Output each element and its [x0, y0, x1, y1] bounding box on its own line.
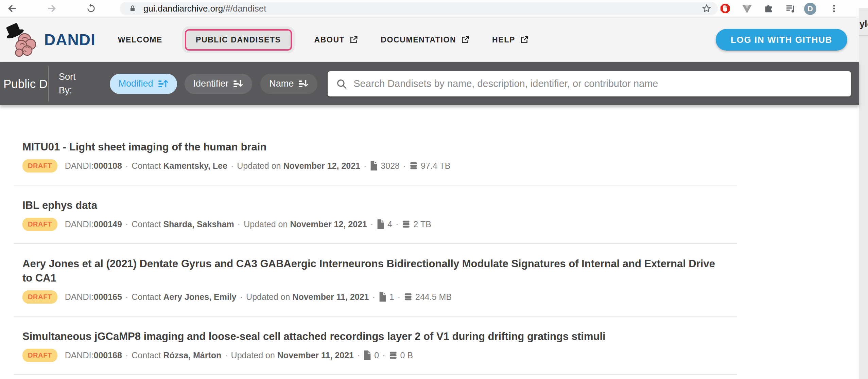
nav-label: HELP: [492, 35, 515, 44]
bookmark-button[interactable]: [701, 3, 712, 14]
file-count-icon: [377, 219, 385, 229]
dandiset-meta: DRAFT DANDI:000149 · Contact Sharda, Sak…: [22, 217, 737, 231]
brand-wordmark[interactable]: DANDI: [44, 31, 96, 49]
separator-dot: ·: [125, 292, 128, 302]
background-window-top: [859, 0, 868, 9]
nav-item-help[interactable]: HELP: [492, 35, 529, 44]
forward-icon: [46, 3, 57, 14]
nav-item-documentation[interactable]: DOCUMENTATION: [381, 35, 470, 44]
adblock-stop-hand-icon: [720, 3, 730, 14]
sort-chip-modified[interactable]: Modified: [110, 74, 177, 94]
dandiset-list: MITU01 - Light sheet imaging of the huma…: [14, 127, 737, 375]
updated: Updated on November 11, 2021: [246, 292, 369, 302]
file-count: 0: [374, 350, 379, 360]
total-size: 244.5 MB: [415, 292, 452, 302]
separator-dot: ·: [125, 219, 128, 229]
separator-dot: ·: [357, 350, 360, 360]
external-link-icon: [520, 35, 529, 44]
contact: Contact Kamentsky, Lee: [132, 161, 227, 171]
url-text: gui.dandiarchive.org/#/dandiset: [143, 3, 266, 14]
star-icon: [701, 3, 712, 14]
external-link-icon: [461, 35, 470, 44]
sort-ascending-icon: [158, 79, 168, 89]
dandiset-list-item: Simultaneous jGCaMP8 imaging and loose-s…: [14, 317, 737, 375]
status-badge: DRAFT: [22, 218, 57, 231]
separator-dot: ·: [382, 350, 385, 360]
search-icon: [336, 78, 347, 90]
total-size: 0 B: [400, 350, 413, 360]
sort-chip-label: Identifier: [193, 78, 229, 89]
extensions-button[interactable]: [763, 2, 775, 15]
separator-dot: ·: [364, 161, 366, 171]
browser-profile-avatar[interactable]: D: [804, 3, 816, 15]
sort-by-label: Sort By:: [59, 70, 76, 97]
main-nav: WELCOME PUBLIC DANDISETS ABOUT DOCUMENTA…: [118, 29, 529, 51]
browser-toolbar: gui.dandiarchive.org/#/dandiset: [0, 0, 859, 17]
vertical-divider: [48, 66, 49, 102]
playlist-music-icon: [785, 3, 796, 14]
nav-item-welcome[interactable]: WELCOME: [118, 35, 162, 44]
browser-menu-button[interactable]: [828, 2, 840, 15]
nav-label: PUBLIC DANDISETS: [196, 35, 281, 44]
dandiset-title[interactable]: MITU01 - Light sheet imaging of the huma…: [22, 140, 723, 154]
separator-dot: ·: [370, 219, 373, 229]
sort-chip-label: Modified: [119, 78, 153, 89]
dandiset-list-item: Aery Jones et al (2021) Dentate Gyrus an…: [14, 244, 737, 317]
background-window-divider: [859, 35, 868, 36]
sort-search-bar: Public D… Sort By: Modified Identifier: [0, 62, 859, 105]
dandi-brain-logo: [4, 22, 41, 62]
sort-descending-icon: [298, 79, 309, 89]
file-count-icon: [379, 292, 387, 302]
sort-chip-identifier[interactable]: Identifier: [185, 74, 253, 94]
login-with-github-button[interactable]: LOG IN WITH GITHUB: [716, 29, 847, 51]
status-badge: DRAFT: [22, 159, 57, 173]
vue-devtools-extension-button[interactable]: [741, 2, 753, 15]
dandiset-title[interactable]: Aery Jones et al (2021) Dentate Gyrus an…: [22, 257, 723, 285]
updated: Updated on November 12, 2021: [244, 219, 367, 229]
dandiset-id: DANDI:000108: [65, 161, 122, 171]
dandiset-meta: DRAFT DANDI:000168 · Contact Rózsa, Márt…: [22, 348, 737, 362]
external-link-icon: [349, 35, 358, 44]
total-size: 2 TB: [413, 219, 431, 229]
separator-dot: ·: [372, 292, 375, 302]
kebab-menu-icon: [829, 4, 839, 13]
lock-icon: [128, 4, 137, 13]
dandiset-id: DANDI:000168: [65, 350, 122, 360]
search-input[interactable]: [353, 78, 843, 89]
contact: Contact Sharda, Saksham: [132, 219, 234, 229]
back-button[interactable]: [6, 2, 18, 15]
background-window-clipped-text: ylog: [860, 19, 868, 30]
sort-chip-name[interactable]: Name: [260, 74, 317, 94]
screen: ylog gui.dandiarchive.org/#/dandiset: [0, 0, 868, 379]
playlist-extension-button[interactable]: [784, 2, 797, 15]
browser-window: gui.dandiarchive.org/#/dandiset: [0, 0, 859, 379]
contact: Contact Rózsa, Márton: [132, 350, 221, 360]
site-header: DANDI WELCOME PUBLIC DANDISETS ABOUT DOC…: [0, 17, 859, 62]
size-icon: [409, 161, 418, 170]
updated: Updated on November 11, 2021: [231, 350, 354, 360]
nav-label: WELCOME: [118, 35, 162, 44]
size-icon: [402, 220, 411, 229]
back-icon: [7, 3, 18, 14]
adblock-extension-button[interactable]: [719, 2, 731, 15]
dandiset-title[interactable]: Simultaneous jGCaMP8 imaging and loose-s…: [22, 329, 723, 344]
file-count: 3028: [381, 161, 400, 171]
forward-button[interactable]: [46, 2, 58, 15]
dandiset-title[interactable]: IBL ephys data: [22, 198, 723, 213]
nav-item-about[interactable]: ABOUT: [314, 35, 359, 44]
sort-descending-icon: [233, 79, 243, 89]
address-bar[interactable]: gui.dandiarchive.org/#/dandiset: [120, 2, 718, 15]
file-count-icon: [370, 161, 378, 170]
background-window-strip: ylog: [858, 0, 868, 379]
dandiset-meta: DRAFT DANDI:000108 · Contact Kamentsky, …: [22, 159, 737, 173]
url-path: /#/dandiset: [223, 3, 266, 14]
url-domain: gui.dandiarchive.org: [143, 3, 223, 14]
reload-button[interactable]: [85, 2, 97, 15]
status-badge: DRAFT: [22, 290, 57, 304]
nav-item-public-dandisets[interactable]: PUBLIC DANDISETS: [185, 29, 292, 51]
size-icon: [389, 351, 398, 360]
search-box: [328, 71, 851, 96]
file-count: 1: [389, 292, 394, 302]
file-count-icon: [363, 350, 371, 360]
file-count: 4: [387, 219, 392, 229]
